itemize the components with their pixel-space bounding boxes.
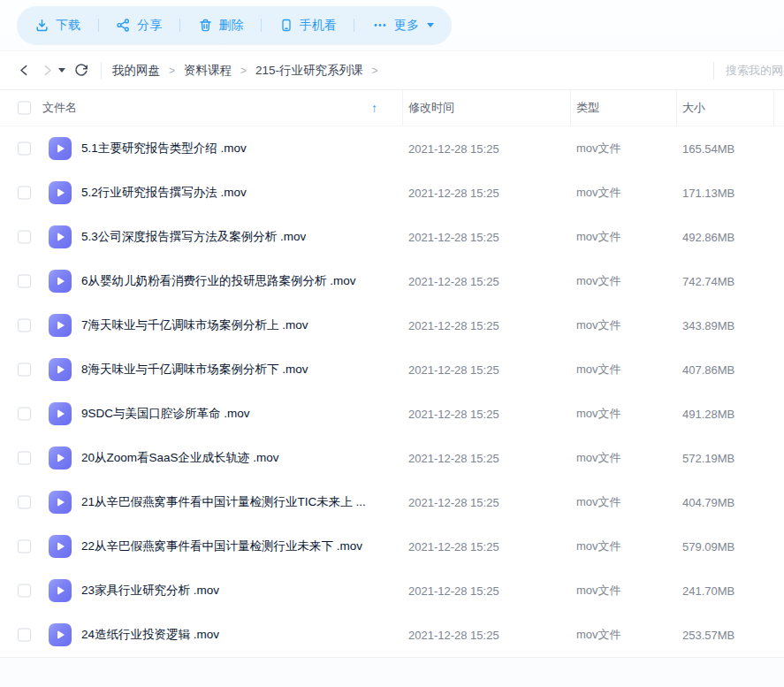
- file-type: mov文件: [576, 494, 621, 510]
- file-modified-time: 2021-12-28 15:25: [408, 540, 499, 553]
- table-row[interactable]: 22从辛巴假燕窝事件看中国计量检测行业未来下 .mov 2021-12-28 1…: [0, 524, 784, 569]
- breadcrumb: 我的网盘>资料课程>215-行业研究系列课>: [112, 63, 378, 79]
- table-row[interactable]: 5.1主要研究报告类型介绍 .mov 2021-12-28 15:25 mov文…: [0, 126, 784, 171]
- file-size: 492.86MB: [682, 231, 735, 244]
- breadcrumb-item[interactable]: 215-行业研究系列课: [255, 63, 363, 79]
- row-checkbox[interactable]: [18, 540, 31, 553]
- video-file-icon: [49, 402, 72, 425]
- row-checkbox[interactable]: [18, 584, 31, 598]
- phone-icon: [279, 18, 293, 33]
- column-divider: [402, 90, 403, 126]
- column-header-type[interactable]: 类型: [576, 100, 599, 116]
- breadcrumb-separator: >: [240, 65, 247, 77]
- row-checkbox[interactable]: [18, 319, 31, 332]
- play-icon: [57, 144, 65, 153]
- file-name[interactable]: 24造纸行业投资逻辑 .mov: [81, 627, 219, 643]
- table-row[interactable]: 5.3公司深度报告撰写方法及案例分析 .mov 2021-12-28 15:25…: [0, 215, 784, 259]
- toolbar-divider: [354, 19, 354, 32]
- download-icon: [34, 18, 49, 33]
- file-name[interactable]: 9SDC与美国口腔诊所革命 .mov: [81, 406, 250, 422]
- nav-divider: [101, 63, 102, 79]
- download-label: 下载: [56, 18, 80, 34]
- toolbar-divider: [179, 19, 180, 32]
- breadcrumb-separator: >: [372, 65, 378, 77]
- table-row[interactable]: 21从辛巴假燕窝事件看中国计量检测行业TIC未来上 ... 2021-12-28…: [0, 480, 784, 524]
- delete-label: 删除: [219, 18, 244, 34]
- table-row[interactable]: 8海天味业与千亿调味市场案例分析下 .mov 2021-12-28 15:25 …: [0, 347, 784, 392]
- row-checkbox[interactable]: [18, 363, 31, 377]
- download-button[interactable]: 下载: [34, 18, 80, 34]
- file-name[interactable]: 6从婴幼儿奶粉看消费行业的投研思路案例分析 .mov: [81, 273, 356, 289]
- table-row[interactable]: 23家具行业研究分析 .mov 2021-12-28 15:25 mov文件 2…: [0, 569, 784, 613]
- action-toolbar: 下载 分享 删除 手机看: [17, 6, 452, 45]
- video-file-icon: [49, 181, 72, 204]
- row-checkbox[interactable]: [18, 452, 31, 465]
- file-name[interactable]: 5.2行业研究报告撰写办法 .mov: [81, 185, 247, 201]
- play-icon: [57, 630, 65, 639]
- file-manager-page: 下载 分享 删除 手机看: [0, 0, 784, 687]
- breadcrumb-item[interactable]: 资料课程: [184, 63, 232, 79]
- search-box[interactable]: 搜索我的网盘: [713, 51, 784, 89]
- table-row[interactable]: 20从Zoom看SaaS企业成长轨迹 .mov 2021-12-28 15:25…: [0, 436, 784, 480]
- file-type: mov文件: [576, 141, 621, 156]
- phone-label: 手机看: [300, 18, 337, 34]
- file-name[interactable]: 5.3公司深度报告撰写方法及案例分析 .mov: [81, 229, 306, 245]
- play-icon: [57, 233, 65, 241]
- file-name[interactable]: 20从Zoom看SaaS企业成长轨迹 .mov: [81, 450, 279, 466]
- file-name[interactable]: 8海天味业与千亿调味市场案例分析下 .mov: [81, 362, 308, 378]
- video-file-icon: [49, 225, 72, 248]
- table-row[interactable]: 5.2行业研究报告撰写办法 .mov 2021-12-28 15:25 mov文…: [0, 171, 784, 215]
- play-icon: [57, 498, 65, 507]
- forward-button[interactable]: [35, 59, 58, 82]
- search-divider: [713, 62, 714, 80]
- file-modified-time: 2021-12-28 15:25: [408, 142, 499, 156]
- video-file-icon: [49, 491, 72, 514]
- history-caret-down-icon[interactable]: [58, 68, 65, 73]
- video-file-icon: [49, 137, 72, 160]
- row-checkbox[interactable]: [18, 275, 31, 288]
- file-name[interactable]: 23家具行业研究分析 .mov: [81, 583, 219, 599]
- share-icon: [116, 18, 131, 33]
- play-icon: [57, 365, 65, 374]
- row-checkbox[interactable]: [18, 629, 31, 642]
- play-icon: [57, 409, 65, 418]
- column-header-modified[interactable]: 修改时间: [408, 100, 454, 116]
- toolbar-divider: [98, 19, 99, 32]
- column-header-size[interactable]: 大小: [682, 100, 705, 116]
- file-modified-time: 2021-12-28 15:25: [408, 319, 499, 332]
- refresh-button[interactable]: [69, 59, 92, 82]
- table-row[interactable]: 9SDC与美国口腔诊所革命 .mov 2021-12-28 15:25 mov文…: [0, 392, 784, 436]
- file-name[interactable]: 21从辛巴假燕窝事件看中国计量检测行业TIC未来上 ...: [81, 494, 366, 510]
- column-header-name[interactable]: 文件名: [42, 100, 77, 116]
- select-all-checkbox[interactable]: [18, 102, 31, 115]
- row-checkbox[interactable]: [18, 142, 31, 156]
- file-type: mov文件: [576, 362, 621, 378]
- table-row[interactable]: 6从婴幼儿奶粉看消费行业的投研思路案例分析 .mov 2021-12-28 15…: [0, 259, 784, 303]
- play-icon: [57, 321, 65, 330]
- file-name[interactable]: 22从辛巴假燕窝事件看中国计量检测行业未来下 .mov: [81, 538, 362, 554]
- table-header: 文件名 ↑ 修改时间 类型 大小: [0, 89, 784, 126]
- file-name[interactable]: 5.1主要研究报告类型介绍 .mov: [81, 141, 247, 156]
- play-icon: [57, 542, 65, 551]
- file-list: 5.1主要研究报告类型介绍 .mov 2021-12-28 15:25 mov文…: [0, 126, 784, 657]
- view-on-phone-button[interactable]: 手机看: [279, 18, 337, 34]
- file-type: mov文件: [576, 229, 621, 245]
- table-row[interactable]: 24造纸行业投资逻辑 .mov 2021-12-28 15:25 mov文件 2…: [0, 613, 784, 657]
- file-name[interactable]: 7海天味业与千亿调味市场案例分析上 .mov: [81, 317, 308, 333]
- toolbar-divider: [261, 19, 262, 32]
- more-button[interactable]: 更多: [372, 18, 434, 34]
- sort-ascending-icon[interactable]: ↑: [371, 101, 377, 115]
- play-icon: [57, 586, 65, 595]
- play-icon: [57, 277, 65, 286]
- search-input[interactable]: 搜索我的网盘: [726, 63, 784, 79]
- row-checkbox[interactable]: [18, 496, 31, 509]
- row-checkbox[interactable]: [18, 231, 31, 244]
- share-button[interactable]: 分享: [116, 18, 162, 34]
- row-checkbox[interactable]: [18, 187, 31, 200]
- delete-button[interactable]: 删除: [198, 18, 244, 34]
- row-checkbox[interactable]: [18, 408, 31, 421]
- file-size: 241.70MB: [682, 584, 735, 598]
- back-button[interactable]: [12, 59, 35, 82]
- breadcrumb-item[interactable]: 我的网盘: [112, 63, 160, 79]
- table-row[interactable]: 7海天味业与千亿调味市场案例分析上 .mov 2021-12-28 15:25 …: [0, 303, 784, 347]
